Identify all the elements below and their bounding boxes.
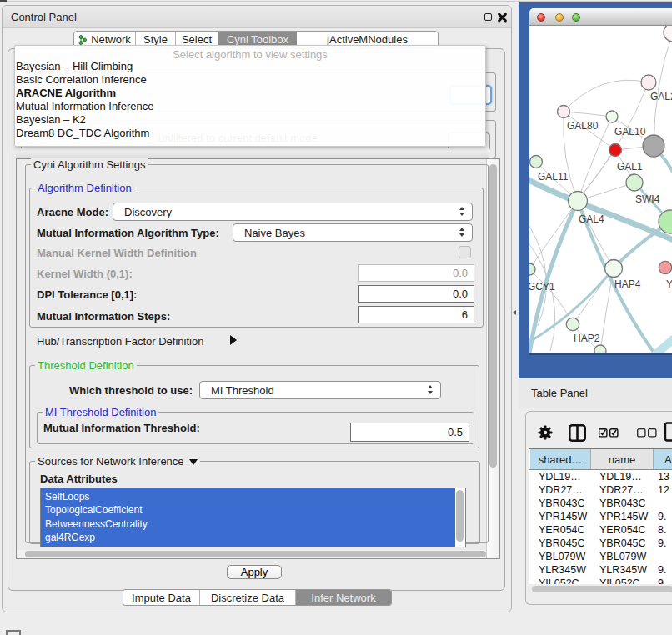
svg-text:GAL10: GAL10 bbox=[614, 126, 646, 138]
svg-text:GAL1: GAL1 bbox=[617, 161, 643, 172]
svg-text:SWI4: SWI4 bbox=[635, 193, 660, 205]
svg-text:GAL4: GAL4 bbox=[579, 213, 604, 225]
svg-text:HAP4: HAP4 bbox=[614, 278, 641, 290]
svg-text:HAP2: HAP2 bbox=[574, 332, 600, 344]
svg-text:YB: YB bbox=[666, 278, 672, 290]
svg-text:GAL2: GAL2 bbox=[650, 91, 672, 102]
svg-text:GCY1: GCY1 bbox=[529, 281, 555, 292]
svg-text:GAL80: GAL80 bbox=[567, 120, 599, 132]
svg-text:GAL11: GAL11 bbox=[538, 171, 569, 182]
